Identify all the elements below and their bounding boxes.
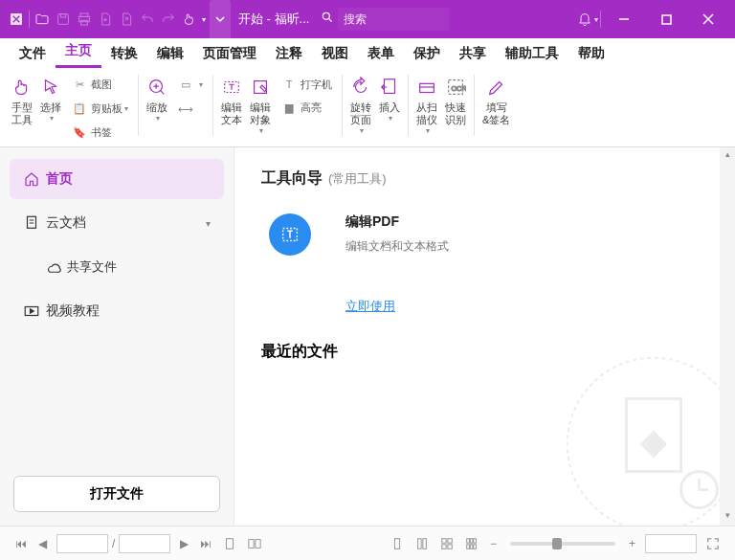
highlight-button[interactable]: ▆高亮 (280, 98, 322, 117)
view-single-icon[interactable] (217, 537, 242, 550)
fit-page-button[interactable]: ▭▾ (177, 75, 203, 94)
print-icon[interactable] (74, 0, 95, 38)
hand-dropdown-icon[interactable] (179, 0, 200, 38)
view-facing-icon[interactable] (242, 537, 267, 550)
layout-2-icon[interactable] (410, 537, 434, 550)
menu-share[interactable]: 共享 (450, 39, 496, 68)
prev-page-button[interactable]: ◀ (33, 537, 53, 550)
content-area: 首页 云文档▾ 共享文件 视频教程 打开文件 工具向导(常用工具) 编辑PDF … (0, 147, 735, 526)
separator (29, 11, 30, 28)
fit-width-icon: ⟷ (177, 103, 194, 116)
scroll-down-icon[interactable]: ▾ (725, 510, 730, 524)
layout-3-icon[interactable] (434, 537, 459, 550)
zoom-out-button[interactable]: − (484, 537, 502, 550)
quick-dropdown-icon[interactable] (210, 0, 231, 38)
bell-icon[interactable]: ▾ (577, 0, 598, 38)
menu-view[interactable]: 视图 (312, 39, 358, 68)
first-page-button[interactable]: ⏮ (10, 537, 33, 550)
insert-button[interactable]: 插入▾ (375, 75, 404, 123)
edit-pdf-icon[interactable] (269, 213, 311, 256)
save-icon[interactable] (53, 0, 74, 38)
chevron-down-icon[interactable]: ▾ (156, 114, 160, 123)
svg-rect-1 (58, 14, 69, 25)
divider (342, 75, 343, 136)
chevron-down-icon[interactable]: ▾ (259, 126, 263, 135)
close-button[interactable] (687, 0, 729, 38)
zoom-in-button[interactable]: + (623, 537, 641, 550)
menu-file[interactable]: 文件 (10, 39, 56, 68)
last-page-button[interactable]: ⏭ (194, 537, 217, 550)
hand-tool-button[interactable]: 手型 工具 (8, 75, 36, 126)
snip-button[interactable]: ✂截图 (71, 75, 112, 94)
clipboard-button[interactable]: 📋剪贴板▾ (71, 99, 128, 118)
slider-thumb[interactable] (552, 538, 562, 549)
menu-form[interactable]: 表单 (358, 39, 404, 68)
chevron-down-icon[interactable]: ▾ (389, 114, 392, 123)
video-icon (23, 302, 46, 320)
sidebar-item-cloud[interactable]: 云文档▾ (10, 203, 224, 243)
undo-icon[interactable] (137, 0, 158, 38)
ocr-button[interactable]: OCR快速 识别 (441, 75, 470, 126)
zoom-input[interactable] (645, 534, 697, 553)
chevron-down-icon[interactable]: ▾ (426, 126, 430, 135)
svg-rect-22 (249, 539, 254, 548)
annotate-group: T打字机 ▆高亮 (275, 75, 338, 142)
edit-text-button[interactable]: 编辑 文本 (217, 75, 246, 126)
sidebar-item-home[interactable]: 首页 (10, 159, 224, 199)
scan-button[interactable]: 从扫 描仪▾ (412, 75, 441, 135)
menu-comment[interactable]: 注释 (266, 39, 312, 68)
snip-icon: ✂ (71, 78, 88, 91)
typewriter-button[interactable]: T打字机 (280, 75, 332, 94)
doc-add-icon[interactable] (95, 0, 116, 38)
menu-convert[interactable]: 转换 (101, 39, 147, 68)
svg-rect-15 (28, 216, 36, 228)
zoom-slider[interactable] (510, 542, 615, 546)
search-input[interactable] (338, 8, 449, 31)
sidebar-item-video[interactable]: 视频教程 (10, 291, 224, 331)
fullscreen-button[interactable] (701, 537, 725, 550)
select-button[interactable]: 选择▾ (36, 75, 65, 123)
zoom-button[interactable]: 缩放▾ (143, 75, 171, 123)
svg-rect-29 (442, 544, 446, 548)
search-box[interactable] (321, 8, 449, 31)
svg-rect-11 (385, 79, 395, 94)
menu-help[interactable]: 帮助 (568, 39, 614, 68)
open-file-button[interactable]: 打开文件 (13, 476, 220, 512)
chevron-down-icon[interactable]: ▾ (360, 126, 364, 135)
scroll-up-icon[interactable]: ▴ (725, 149, 730, 163)
page-number-input[interactable] (56, 534, 108, 553)
edit-object-button[interactable]: 编辑 对象▾ (246, 75, 275, 135)
label: 选择 (40, 101, 61, 114)
use-now-link[interactable]: 立即使用 (345, 298, 395, 315)
vertical-scrollbar[interactable]: ▴ ▾ (720, 147, 735, 526)
menu-protect[interactable]: 保护 (404, 39, 450, 68)
menu-edit[interactable]: 编辑 (147, 39, 193, 68)
cloud-share-icon (44, 258, 67, 276)
next-page-button[interactable]: ▶ (174, 537, 194, 550)
cursor-icon (40, 75, 61, 100)
page-total-input[interactable] (119, 534, 170, 553)
menu-home[interactable]: 主页 (56, 36, 101, 68)
layout-4-icon[interactable] (459, 537, 484, 550)
redo-icon[interactable] (158, 0, 179, 38)
sidebar-item-shared[interactable]: 共享文件 (10, 247, 224, 287)
fit-width-button[interactable]: ⟷ (177, 100, 197, 119)
bookmark-button[interactable]: 🔖书签 (71, 123, 112, 142)
fill-sign-button[interactable]: 填写 &签名 (479, 75, 514, 126)
svg-rect-25 (418, 538, 422, 549)
svg-rect-35 (470, 544, 473, 548)
menu-accessibility[interactable]: 辅助工具 (496, 39, 568, 68)
minimize-button[interactable] (603, 0, 645, 38)
doc-arrow-icon[interactable] (116, 0, 137, 38)
layout-1-icon[interactable] (385, 537, 410, 550)
svg-rect-26 (423, 538, 427, 549)
divider (138, 75, 139, 136)
maximize-button[interactable] (645, 0, 687, 38)
svg-rect-32 (470, 538, 473, 542)
chevron-down-icon[interactable]: ▾ (50, 114, 54, 123)
menu-page[interactable]: 页面管理 (193, 39, 266, 68)
app-logo-icon[interactable] (6, 0, 27, 38)
rotate-button[interactable]: 旋转 页面▾ (346, 75, 375, 135)
open-icon[interactable] (32, 0, 53, 38)
chevron-down-icon[interactable]: ▾ (202, 15, 206, 24)
